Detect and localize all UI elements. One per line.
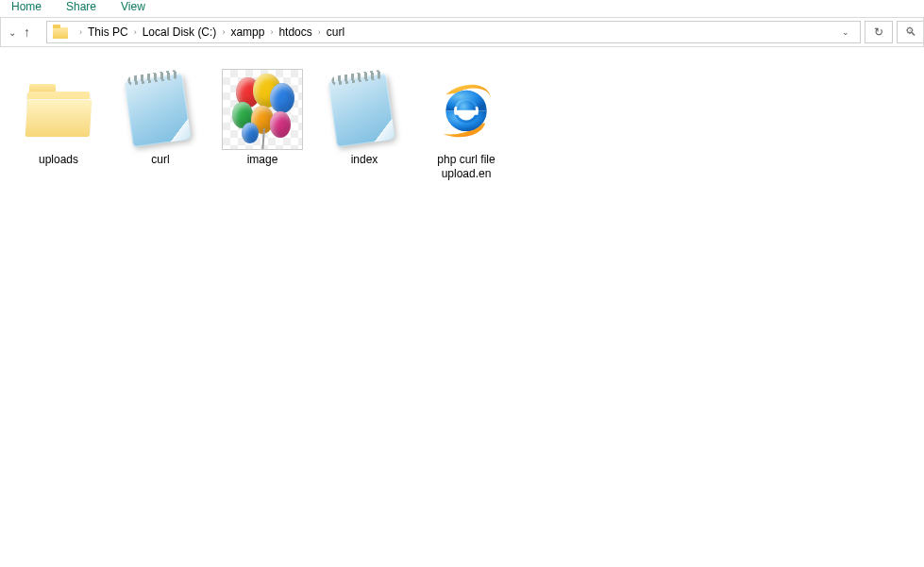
internet-explorer-icon	[432, 75, 500, 143]
notepad-icon	[327, 72, 402, 147]
ribbon-tabs: Home Share View	[0, 0, 924, 15]
image-thumbnail-icon	[222, 69, 303, 150]
address-dropdown-icon[interactable]: ⌄	[835, 27, 856, 37]
item-label: curl	[111, 153, 210, 167]
chevron-right-icon[interactable]: ›	[312, 27, 327, 37]
crumb-xampp[interactable]: xampp	[230, 25, 264, 39]
tab-share[interactable]: Share	[66, 0, 96, 13]
item-label: image	[213, 153, 311, 167]
crumb-curl[interactable]: curl	[327, 25, 344, 39]
crumb-this-pc[interactable]: This PC	[88, 25, 128, 39]
refresh-icon: ↻	[874, 25, 883, 39]
search-input[interactable]: 🔍︎	[897, 21, 923, 43]
tab-view[interactable]: View	[121, 0, 145, 13]
file-item[interactable]: index	[313, 64, 415, 185]
up-button-icon[interactable]: ↑	[24, 25, 37, 40]
nav-controls: ⌄ ↑	[1, 25, 42, 40]
address-bar: ⌄ ↑ › This PC › Local Disk (C:) › xampp …	[0, 17, 924, 47]
folder-icon	[25, 82, 92, 137]
breadcrumb[interactable]: › This PC › Local Disk (C:) › xampp › ht…	[46, 21, 861, 43]
file-item[interactable]: curl	[109, 64, 211, 185]
chevron-right-icon[interactable]: ›	[264, 27, 278, 37]
refresh-button[interactable]: ↻	[865, 21, 893, 43]
tab-home[interactable]: Home	[11, 0, 42, 13]
chevron-right-icon[interactable]: ›	[128, 27, 143, 37]
chevron-right-icon[interactable]: ›	[74, 27, 88, 37]
item-label: index	[315, 153, 413, 167]
item-label: php curl file upload.en	[417, 153, 515, 181]
file-list: uploads curl image index	[0, 47, 924, 202]
folder-item[interactable]: uploads	[8, 64, 109, 185]
crumb-local-disk[interactable]: Local Disk (C:)	[143, 25, 217, 39]
chevron-right-icon[interactable]: ›	[216, 27, 230, 37]
item-label: uploads	[9, 153, 108, 167]
search-icon: 🔍︎	[905, 25, 916, 39]
file-item[interactable]: image	[211, 64, 313, 185]
history-dropdown-icon[interactable]: ⌄	[7, 27, 18, 38]
crumb-htdocs[interactable]: htdocs	[278, 25, 311, 39]
folder-icon	[51, 24, 70, 41]
notepad-icon	[123, 72, 198, 147]
file-item[interactable]: php curl file upload.en	[415, 64, 517, 185]
